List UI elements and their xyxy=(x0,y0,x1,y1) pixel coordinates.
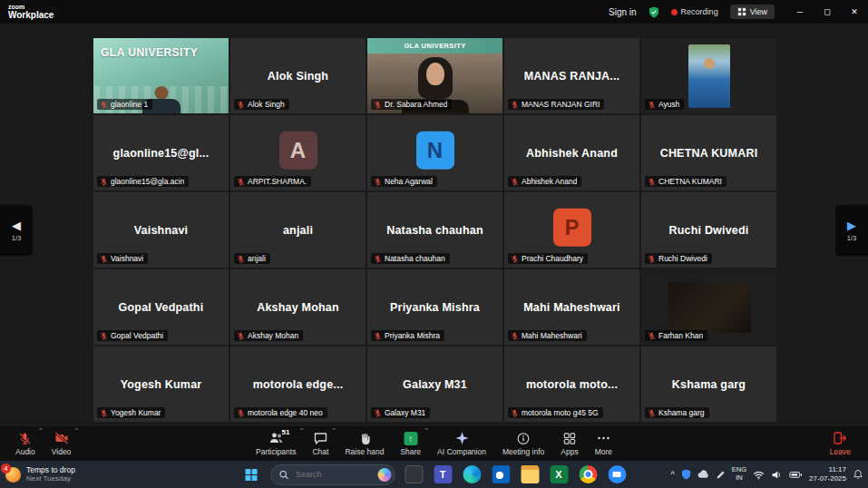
screenshot-tool-taskbar-icon[interactable] xyxy=(404,464,424,484)
participant-tile-vaishnavi[interactable]: VaishnaviVaishnavi xyxy=(93,192,229,268)
system-tray: ^ ENG IN 11:17 xyxy=(671,465,863,483)
participant-name-label: Priyanka Mishra xyxy=(371,330,444,341)
participant-name-label: glaonline15@gla.acin xyxy=(97,176,189,187)
toolbar-leave-label: Leave xyxy=(830,447,851,456)
mic-off-icon xyxy=(18,431,32,445)
next-arrow-icon: ▶ xyxy=(847,220,856,231)
participant-label-text: CHETNA KUMARI xyxy=(658,177,722,186)
weather-text: Temps to drop Next Tuesday xyxy=(26,465,75,483)
chrome-taskbar-icon[interactable] xyxy=(578,464,598,484)
gallery-next-page-button[interactable]: ▶ 1/3 xyxy=(835,205,868,256)
toolbar-share-button[interactable]: ^↑Share xyxy=(392,426,429,461)
toolbar-more-button[interactable]: More xyxy=(587,426,620,461)
toolbar-video-button[interactable]: ^Video xyxy=(44,426,80,461)
zoom-taskbar-icon[interactable] xyxy=(607,464,627,484)
participant-tile-neha-agarwal[interactable]: NNeha Agarwal xyxy=(367,115,502,190)
participant-tile-motorola-moto[interactable]: motorola moto...motorola moto g45 5G xyxy=(504,346,639,422)
participant-tile-yogesh-kumar[interactable]: Yogesh KumarYogesh Kumar xyxy=(93,346,229,422)
copilot-icon[interactable] xyxy=(377,468,391,482)
gallery-prev-page-button[interactable]: ◀ 1/3 xyxy=(0,205,33,256)
participant-tile-prachi-chaudhary[interactable]: PPrachi Chaudhary xyxy=(504,192,639,268)
wifi-icon[interactable] xyxy=(753,469,765,481)
minimize-button[interactable]: ─ xyxy=(786,0,814,24)
toolbar-share-chevron-icon[interactable]: ^ xyxy=(424,427,428,434)
clock[interactable]: 11:17 27-07-2025 xyxy=(809,465,846,483)
participant-tile-glaonline-1[interactable]: GLA UNIVERSITYglaonline 1 xyxy=(93,38,229,113)
search-input[interactable] xyxy=(294,469,359,480)
toolbar-apps-button[interactable]: Apps xyxy=(552,426,586,461)
security-shield-icon[interactable] xyxy=(681,469,691,480)
toolbar-more-label: More xyxy=(595,447,612,456)
toolbar-chat-chevron-icon[interactable]: ^ xyxy=(333,427,336,434)
hidden-icons-chevron[interactable]: ^ xyxy=(671,470,675,479)
weather-icon: 4 xyxy=(5,467,21,483)
toolbar-participants-button[interactable]: ^51Participants xyxy=(248,426,304,461)
taskbar-search-box[interactable] xyxy=(270,464,395,485)
participant-name-label: Alok Singh xyxy=(234,99,289,110)
onedrive-icon[interactable] xyxy=(697,470,709,479)
toolbar-apps-label: Apps xyxy=(561,447,578,456)
participant-label-text: Vaishnavi xyxy=(111,254,143,263)
participant-tile-chetna-kumari[interactable]: CHETNA KUMARICHETNA KUMARI xyxy=(641,115,776,190)
participant-tile-galaxy-m31[interactable]: Galaxy M31Galaxy M31 xyxy=(367,346,502,422)
person-face-silhouette xyxy=(426,63,444,85)
outlook-taskbar-icon[interactable] xyxy=(491,464,511,484)
view-button[interactable]: View xyxy=(730,5,775,19)
participant-tile-abhishek-anand[interactable]: Abhishek AnandAbhishek Anand xyxy=(504,115,639,190)
toolbar-meeting-info-button[interactable]: Meeting info xyxy=(494,426,552,461)
pen-icon[interactable] xyxy=(716,470,726,480)
participant-tile-mahi-maheshwari[interactable]: Mahi MaheshwariMahi Maheshwari xyxy=(504,269,639,345)
start-button[interactable] xyxy=(241,464,261,484)
teams-taskbar-icon[interactable]: T xyxy=(433,464,453,484)
slide-title-text: GLA UNIVERSITY xyxy=(101,46,221,59)
participant-tile-glaonline15[interactable]: glaonline15@gl...glaonline15@gla.acin xyxy=(93,115,229,190)
participant-tile-priyanka-mishra[interactable]: Priyanka MishraPriyanka Mishra xyxy=(367,269,502,345)
toolbar-audio-chevron-icon[interactable]: ^ xyxy=(39,427,43,434)
toolbar-ai-companion-button[interactable]: AI Companion xyxy=(429,426,494,461)
participant-name-label: Yogesh Kumar xyxy=(97,407,165,418)
participant-name-label: Natasha chauhan xyxy=(371,253,450,264)
edge-taskbar-icon[interactable] xyxy=(462,464,482,484)
toolbar-audio-button[interactable]: ^Audio xyxy=(7,426,44,461)
file-explorer-taskbar-icon[interactable] xyxy=(520,464,540,484)
participant-tile-ayush[interactable]: Ayush xyxy=(641,38,776,113)
participant-label-text: Dr. Sabara Ahmed xyxy=(385,100,447,109)
participant-tile-anjali[interactable]: anjalianjali xyxy=(230,192,366,268)
participant-tile-akshay-mohan[interactable]: Akshay MohanAkshay Mohan xyxy=(230,269,366,345)
recording-indicator[interactable]: Recording xyxy=(671,7,718,16)
battery-icon[interactable] xyxy=(789,469,803,480)
excel-taskbar-icon[interactable]: X xyxy=(549,464,569,484)
toolbar-chat-button[interactable]: ^Chat xyxy=(304,426,336,461)
letter-avatar: A xyxy=(279,131,317,169)
participant-tile-dr-sabara-ahmed[interactable]: GLA UNIVERSITYDr. Sabara Ahmed xyxy=(367,38,502,113)
sign-in-button[interactable]: Sign in xyxy=(609,7,637,17)
participant-tile-natasha-chauhan[interactable]: Natasha chauhanNatasha chauhan xyxy=(367,192,502,268)
participant-tile-arpit-sharma[interactable]: AARPIT.SHARMA. xyxy=(230,115,366,190)
participant-tile-farhan-khan[interactable]: Farhan Khan xyxy=(641,269,776,345)
participant-name-label: Kshama garg xyxy=(645,407,709,418)
maximize-button[interactable]: ◻ xyxy=(814,0,841,24)
participant-tile-ruchi-dwivedi[interactable]: Ruchi DwivediRuchi Dwivedi xyxy=(641,192,776,268)
toolbar-ai-companion-label: AI Companion xyxy=(437,447,486,456)
chat-icon xyxy=(313,431,327,445)
participant-tile-alok-singh[interactable]: Alok SinghAlok Singh xyxy=(230,38,366,113)
participant-tile-manas-ranjan-giri[interactable]: MANAS RANJA...MANAS RANJAN GIRI xyxy=(504,38,639,113)
participant-name-label: Gopal Vedpathi xyxy=(97,330,168,341)
toolbar-video-chevron-icon[interactable]: ^ xyxy=(75,427,79,434)
notification-bell-icon[interactable] xyxy=(853,469,863,480)
toolbar-raise-hand-button[interactable]: Raise hand xyxy=(336,426,392,461)
participant-name-label: CHETNA KUMARI xyxy=(645,176,727,187)
toolbar-participants-chevron-icon[interactable]: ^ xyxy=(300,427,304,434)
mic-muted-icon xyxy=(237,255,245,263)
participant-tile-kshama-garg[interactable]: Kshama gargKshama garg xyxy=(641,346,776,422)
letter-avatar: N xyxy=(416,131,454,169)
toolbar-participants-label: Participants xyxy=(256,447,296,456)
mic-muted-icon xyxy=(100,178,108,186)
participant-tile-motorola-edge[interactable]: motorola edge...motorola edge 40 neo xyxy=(230,346,366,422)
close-button[interactable]: ✕ xyxy=(841,0,868,24)
participant-tile-gopal-vedpathi[interactable]: Gopal VedpathiGopal Vedpathi xyxy=(93,269,229,345)
weather-widget[interactable]: 4 Temps to drop Next Tuesday xyxy=(5,465,75,483)
toolbar-leave-button[interactable]: Leave xyxy=(822,426,859,461)
volume-icon[interactable] xyxy=(771,469,783,481)
language-indicator[interactable]: ENG IN xyxy=(732,466,746,482)
